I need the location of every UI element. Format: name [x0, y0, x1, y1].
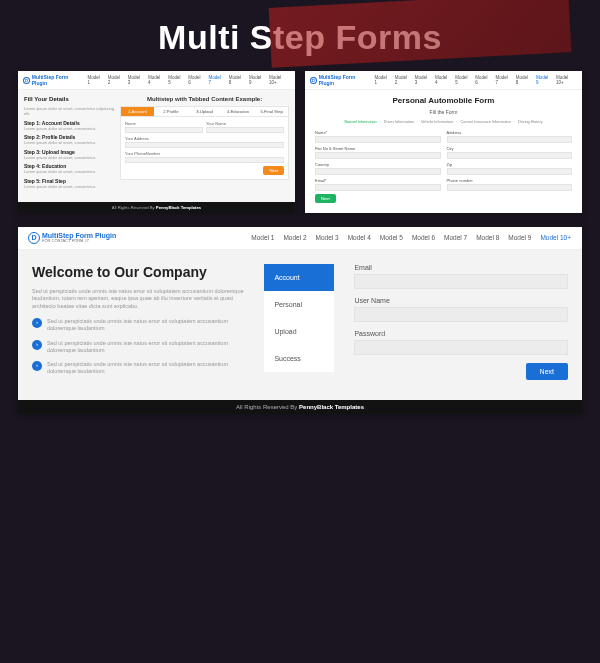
sidebar-desc: Lorem ipsum dolor sit amet, consectetur … [24, 106, 114, 116]
label-phone: Phone number [447, 178, 573, 183]
nav-item[interactable]: Model 4 [434, 74, 451, 86]
nav-item[interactable]: Model 7 [443, 233, 468, 242]
nav-item[interactable]: Model 10+ [555, 74, 577, 86]
label-flat: Flat No & Street Name [315, 146, 441, 151]
chevron-right-icon: › [32, 318, 42, 328]
screenshot-model-7: D MultiStep Form Plugin Model 1 Model 2 … [18, 71, 295, 213]
nav-item[interactable]: Model 4 [147, 74, 164, 86]
nav-item[interactable]: Model 3 [414, 74, 431, 86]
nav-item[interactable]: Model 10+ [268, 74, 290, 86]
brand-name: MultiStep Form Plugin [319, 74, 370, 86]
nav-item[interactable]: Model 5 [454, 74, 471, 86]
nav-item[interactable]: Model 5 [379, 233, 404, 242]
nav-item[interactable]: Model 8 [515, 74, 532, 86]
brand-logo: D MultiStep Form Plugin [23, 74, 83, 86]
input-email[interactable] [315, 184, 441, 191]
tab-insurance-info[interactable]: Current Insurance Information [460, 120, 510, 124]
input-city[interactable] [447, 152, 573, 159]
tab-driving-history[interactable]: Driving History [518, 120, 543, 124]
nav-models: Model 1 Model 2 Model 3 Model 4 Model 5 … [250, 233, 572, 242]
chevron-right-icon: › [32, 340, 42, 350]
header-bar: D MultiStep Form Plugin Model 1 Model 2 … [305, 71, 582, 90]
nav-item[interactable]: Model 2 [107, 74, 124, 86]
nav-item-active[interactable]: Model 9 [535, 74, 552, 86]
nav-item[interactable]: Model 2 [394, 74, 411, 86]
input-name[interactable] [315, 136, 441, 143]
welcome-heading: Welcome to Our Company [32, 264, 246, 280]
page-title: Multi Step Forms [0, 0, 600, 71]
next-button[interactable]: Next [526, 363, 568, 380]
nav-models: Model 1 Model 2 Model 3 Model 4 Model 5 … [374, 74, 578, 86]
input-password[interactable] [354, 340, 568, 355]
nav-item[interactable]: Model 3 [127, 74, 144, 86]
brand-logo: D MultiStep Form Plugin [310, 74, 370, 86]
nav-item[interactable]: Model 9 [248, 74, 265, 86]
nav-models: Model 1 Model 2 Model 3 Model 4 Model 5 … [87, 74, 291, 86]
nav-item-active[interactable]: Model 7 [208, 74, 225, 86]
input-phone[interactable] [125, 157, 284, 163]
step-item: Step 3: Upload ImageLorem ipsum dolor si… [24, 149, 114, 160]
input-username[interactable] [354, 307, 568, 322]
tab-upload[interactable]: 3.Upload [188, 107, 221, 116]
nav-item[interactable]: Model 6 [411, 233, 436, 242]
nav-item[interactable]: Model 1 [374, 74, 391, 86]
tab-driver-info[interactable]: Driver Information [384, 120, 414, 124]
brand-subtitle: FOR CONTACT FORM #7 [42, 239, 116, 243]
input-phone[interactable] [447, 184, 573, 191]
nav-item[interactable]: Model 4 [347, 233, 372, 242]
brand-icon: D [23, 77, 30, 84]
next-button[interactable]: Next [263, 166, 284, 175]
nav-item[interactable]: Model 6 [187, 74, 204, 86]
input-yourname[interactable] [206, 127, 284, 133]
nav-item[interactable]: Model 1 [87, 74, 104, 86]
input-address[interactable] [447, 136, 573, 143]
tab-profile[interactable]: 2.Profile [155, 107, 188, 116]
vtab-account[interactable]: Account [264, 264, 334, 291]
input-email[interactable] [354, 274, 568, 289]
vertical-tabs: Account Personal Upload Success [264, 264, 334, 382]
bullet-item: ›Sed ut perspiciatis unde omnis iste nat… [32, 340, 246, 354]
vtab-personal[interactable]: Personal [264, 291, 334, 318]
nav-item[interactable]: Model 2 [282, 233, 307, 242]
next-button[interactable]: Next [315, 194, 336, 203]
tab-vehicle-info[interactable]: Vehicle Information [421, 120, 453, 124]
tab-named-info[interactable]: Named Information [344, 120, 376, 124]
vtab-success[interactable]: Success [264, 345, 334, 372]
nav-item[interactable]: Model 5 [167, 74, 184, 86]
tab-education[interactable]: 4.Education [222, 107, 255, 116]
form-title: Multistep with Tabbed Content Example: [120, 96, 289, 102]
bullet-item: ›Sed ut perspiciatis unde omnis iste nat… [32, 361, 246, 375]
label-city: City [447, 146, 573, 151]
label-yourname: Your Name [206, 121, 284, 126]
tab-final[interactable]: 5.Final Step [255, 107, 288, 116]
label-name: Name* [315, 130, 441, 135]
bullet-item: ›Sed ut perspiciatis unde omnis iste nat… [32, 318, 246, 332]
nav-item-active[interactable]: Model 10+ [539, 233, 572, 242]
welcome-panel: Welcome to Our Company Sed ut perspiciat… [32, 264, 246, 382]
tab-account[interactable]: 1.Account [121, 107, 154, 116]
input-flat[interactable] [315, 152, 441, 159]
nav-item[interactable]: Model 7 [495, 74, 512, 86]
footer: All Rights Reserved By PennyBlack Templa… [18, 400, 582, 414]
input-country[interactable] [315, 168, 441, 175]
label-email: Email [354, 264, 568, 271]
input-address[interactable] [125, 142, 284, 148]
nav-item[interactable]: Model 3 [315, 233, 340, 242]
label-phone: Your PhoneNumber [125, 151, 284, 156]
label-address: Address [447, 130, 573, 135]
footer: All Rights Reserved By PennyBlack Templa… [18, 202, 295, 213]
label-password: Password [354, 330, 568, 337]
nav-item[interactable]: Model 8 [228, 74, 245, 86]
step-item: Step 5: Final StepLorem ipsum dolor sit … [24, 178, 114, 189]
vtab-upload[interactable]: Upload [264, 318, 334, 345]
input-name[interactable] [125, 127, 203, 133]
label-username: User Name [354, 297, 568, 304]
nav-item[interactable]: Model 6 [474, 74, 491, 86]
screenshot-model-9: D MultiStep Form Plugin Model 1 Model 2 … [305, 71, 582, 213]
label-zip: Zip [447, 162, 573, 167]
nav-item[interactable]: Model 8 [475, 233, 500, 242]
nav-item[interactable]: Model 1 [250, 233, 275, 242]
header-bar: D MultiStep Form Plugin Model 1 Model 2 … [18, 71, 295, 90]
nav-item[interactable]: Model 9 [507, 233, 532, 242]
input-zip[interactable] [447, 168, 573, 175]
